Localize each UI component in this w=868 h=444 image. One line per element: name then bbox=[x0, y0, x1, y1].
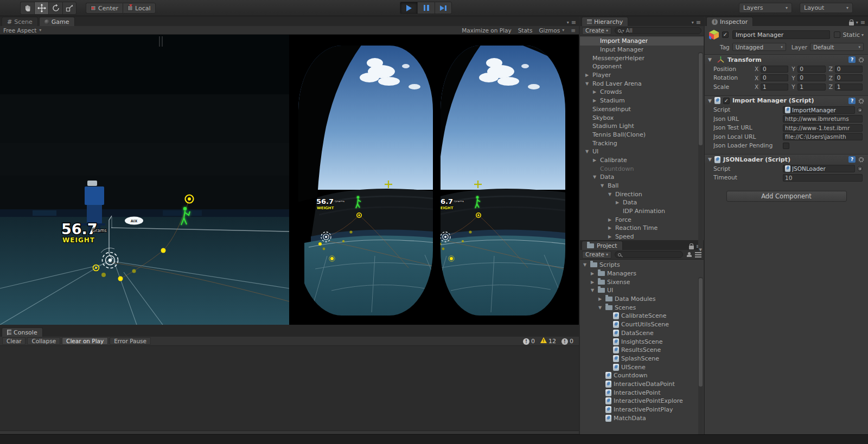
foldout-collapsed-icon[interactable]: ▶ bbox=[593, 89, 600, 94]
hierarchy-item[interactable]: SixenseInput bbox=[580, 105, 704, 114]
foldout-expanded-icon[interactable]: ▼ bbox=[598, 305, 605, 310]
hierarchy-item[interactable]: ▼Direction bbox=[580, 190, 704, 198]
foldout-collapsed-icon[interactable]: ▶ bbox=[598, 297, 605, 301]
lock-icon[interactable] bbox=[689, 246, 694, 249]
foldout-expanded-icon[interactable]: ▼ bbox=[708, 157, 714, 162]
component-enabled-checkbox[interactable]: ✓ bbox=[723, 98, 730, 104]
add-component-button[interactable]: Add Component bbox=[726, 191, 847, 202]
foldout-collapsed-icon[interactable]: ▶ bbox=[608, 226, 615, 230]
project-create-button[interactable]: Create ▾ bbox=[582, 251, 611, 259]
foldout-expanded-icon[interactable]: ▼ bbox=[583, 262, 590, 267]
object-picker-icon[interactable] bbox=[857, 166, 863, 171]
layer-dropdown[interactable]: Default ▾ bbox=[810, 43, 864, 51]
pivot-center-button[interactable]: Center bbox=[86, 3, 123, 14]
foldout-collapsed-icon[interactable]: ▶ bbox=[608, 217, 615, 222]
object-picker-icon[interactable] bbox=[857, 107, 863, 113]
layers-dropdown[interactable]: Layers ▾ bbox=[739, 3, 792, 13]
foldout-collapsed-icon[interactable]: ▶ bbox=[585, 73, 592, 78]
foldout-expanded-icon[interactable]: ▼ bbox=[593, 175, 600, 179]
hierarchy-item[interactable]: ▶Data bbox=[580, 198, 704, 207]
asset-type-filter-icon[interactable] bbox=[695, 252, 701, 258]
foldout-collapsed-icon[interactable]: ▶ bbox=[591, 271, 598, 276]
project-item[interactable]: #InsightsScene bbox=[580, 337, 704, 346]
stats-toggle[interactable]: Stats bbox=[518, 27, 533, 34]
vector-field[interactable]: 1 bbox=[797, 83, 825, 91]
error-pause-button[interactable]: Error Pause bbox=[110, 337, 151, 345]
project-item[interactable]: #InteractivePointExplore bbox=[580, 397, 704, 406]
static-dropdown-icon[interactable]: ▾ bbox=[861, 33, 864, 37]
foldout-expanded-icon[interactable]: ▼ bbox=[608, 192, 615, 197]
hierarchy-item[interactable]: Import Manager bbox=[580, 37, 704, 46]
space-local-button[interactable]: Local bbox=[123, 3, 156, 14]
chevron-down-icon[interactable]: ▾ bbox=[856, 20, 858, 25]
aspect-dropdown[interactable]: Free Aspect bbox=[3, 27, 36, 34]
gear-icon[interactable] bbox=[858, 57, 864, 63]
help-icon[interactable]: ? bbox=[848, 156, 856, 163]
hierarchy-item[interactable]: Tracking bbox=[580, 139, 704, 147]
clear-on-play-button[interactable]: Clear on Play bbox=[62, 337, 108, 345]
project-item[interactable]: #InteractiveDataPoint bbox=[580, 380, 704, 389]
transform-component-header[interactable]: ▼ Transform ? bbox=[705, 54, 868, 65]
text-field[interactable]: http://www.ibmreturns bbox=[783, 115, 863, 123]
project-item[interactable]: #MatchData bbox=[580, 414, 704, 422]
project-item[interactable]: #DataScene bbox=[580, 329, 704, 338]
project-item[interactable]: #SplashScene bbox=[580, 355, 704, 363]
hierarchy-item[interactable]: MessengerHelper bbox=[580, 54, 704, 62]
hierarchy-item[interactable]: ▼UI bbox=[580, 147, 704, 156]
clear-button[interactable]: Clear bbox=[2, 337, 25, 345]
hierarchy-item[interactable]: ▼Rod Laver Arena bbox=[580, 79, 704, 88]
collapse-button[interactable]: Collapse bbox=[27, 337, 60, 345]
scroll-down-icon[interactable]: ▼ bbox=[699, 248, 702, 252]
console-detail-splitter[interactable] bbox=[0, 430, 579, 434]
panel-menu-icon[interactable]: ≡ bbox=[571, 19, 576, 26]
scrollbar-thumb[interactable] bbox=[699, 53, 703, 145]
chevron-down-icon[interactable]: ▾ bbox=[692, 20, 694, 25]
hierarchy-item[interactable]: ▼Ball bbox=[580, 182, 704, 190]
hand-tool-button[interactable] bbox=[20, 2, 34, 15]
project-item[interactable]: #InteractivePoint bbox=[580, 388, 704, 397]
foldout-expanded-icon[interactable]: ▼ bbox=[585, 149, 592, 154]
project-scrollbar[interactable]: ▼ bbox=[698, 277, 703, 444]
error-count-toggle[interactable]: ! bbox=[561, 338, 568, 345]
vector-field[interactable]: 0 bbox=[835, 66, 863, 73]
step-button[interactable] bbox=[435, 2, 452, 14]
vector-field[interactable]: 0 bbox=[835, 74, 863, 81]
hierarchy-item[interactable]: Countdown bbox=[580, 164, 704, 173]
hierarchy-item[interactable]: IDP Animation bbox=[580, 207, 704, 216]
hierarchy-item[interactable]: Input Manager bbox=[580, 46, 704, 54]
project-search-input[interactable] bbox=[615, 251, 683, 258]
scrollbar-thumb[interactable] bbox=[699, 278, 703, 387]
hierarchy-item[interactable]: ▶Stadium bbox=[580, 96, 704, 105]
project-item[interactable]: ▼Scripts bbox=[580, 261, 704, 269]
project-item[interactable]: ▶Managers bbox=[580, 269, 704, 278]
foldout-collapsed-icon[interactable]: ▶ bbox=[593, 98, 600, 103]
vector-field[interactable]: 1 bbox=[761, 83, 788, 91]
foldout-collapsed-icon[interactable]: ▶ bbox=[616, 200, 623, 205]
vector-field[interactable]: 0 bbox=[797, 74, 825, 81]
foldout-collapsed-icon[interactable]: ▶ bbox=[608, 234, 615, 239]
project-item[interactable]: ▼Scenes bbox=[580, 303, 704, 312]
active-checkbox[interactable]: ✓ bbox=[722, 31, 729, 38]
hierarchy-item[interactable]: ▶Force bbox=[580, 215, 704, 224]
hierarchy-item[interactable]: ▶Player bbox=[580, 71, 704, 80]
project-item[interactable]: #UIScene bbox=[580, 363, 704, 371]
project-item[interactable]: #ResultsScene bbox=[580, 346, 704, 355]
tab-console[interactable]: Console bbox=[2, 327, 43, 337]
asset-labels-icon[interactable] bbox=[686, 252, 692, 258]
tab-project[interactable]: Project bbox=[582, 241, 623, 250]
vector-field[interactable]: 0 bbox=[761, 66, 788, 73]
console-log-area[interactable] bbox=[0, 346, 579, 430]
hierarchy-item[interactable]: ▼Data bbox=[580, 173, 704, 182]
game-viewport[interactable]: AIX bbox=[0, 35, 579, 325]
panel-menu-icon[interactable]: ≡ bbox=[860, 19, 865, 26]
chevron-down-icon[interactable]: ▾ bbox=[567, 20, 569, 25]
hierarchy-item[interactable]: Stadium Light bbox=[580, 122, 704, 131]
tab-game[interactable]: Game bbox=[39, 17, 75, 26]
project-item[interactable]: ▼UI bbox=[580, 286, 704, 295]
foldout-expanded-icon[interactable]: ▼ bbox=[591, 288, 598, 293]
hierarchy-item[interactable]: ▶Calibrate bbox=[580, 156, 704, 165]
jsonloader-component-header[interactable]: ▼ # JSONLoader (Script) ? bbox=[705, 154, 868, 164]
text-field[interactable]: file://C:\Users\jasmith bbox=[783, 133, 863, 140]
tag-dropdown[interactable]: Untagged ▾ bbox=[732, 43, 786, 51]
tab-scene[interactable]: # Scene bbox=[2, 17, 38, 26]
